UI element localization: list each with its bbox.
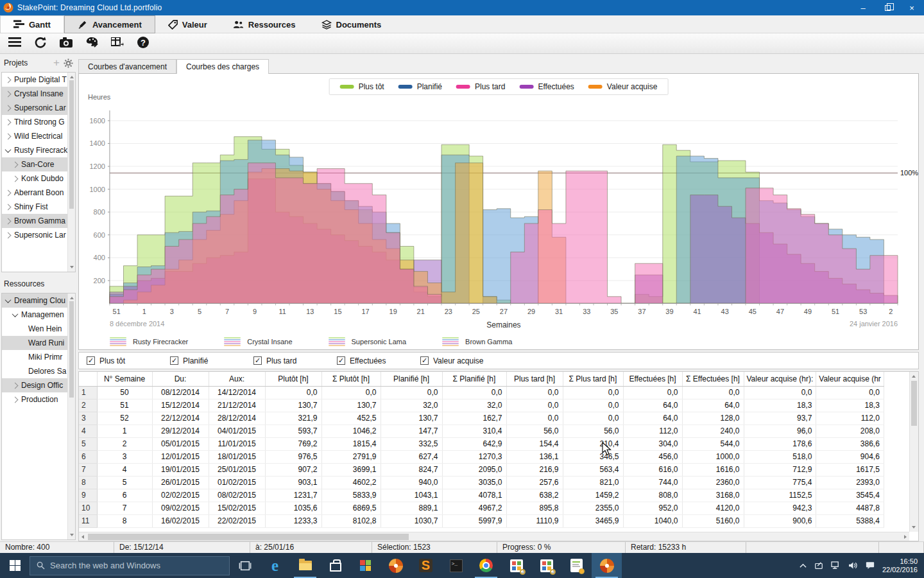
chevron-down-icon[interactable] <box>5 146 12 153</box>
menu-tab-avancement[interactable]: Avancement <box>64 15 155 33</box>
table-row[interactable]: 4129/12/201404/01/2015593,71046,2147,731… <box>79 425 884 437</box>
checkbox-icon[interactable]: ✓ <box>87 356 95 365</box>
table-row[interactable]: 35222/12/201428/12/2014321,9452,5130,716… <box>79 412 884 425</box>
chevron-right-icon[interactable] <box>5 105 12 111</box>
taskbar-app-chrome[interactable] <box>471 553 501 578</box>
table-row[interactable]: 6312/01/201518/01/2015976,52791,9627,412… <box>79 450 884 463</box>
help-button[interactable]: ? <box>135 35 151 52</box>
start-button[interactable] <box>0 553 30 578</box>
checkbox-icon[interactable]: ✓ <box>170 356 178 365</box>
taskbar-app-store[interactable] <box>320 553 350 578</box>
table-horizontal-scrollbar[interactable] <box>79 532 909 541</box>
taskbar-app-stakepoint-active[interactable] <box>592 553 622 578</box>
resource-tree-item[interactable]: Production <box>2 392 67 407</box>
chevron-right-icon[interactable] <box>5 189 12 196</box>
filter-checkbox-effectuées[interactable]: ✓Effectuées <box>337 356 420 365</box>
project-tree-item[interactable]: Crystal Insane <box>2 87 67 101</box>
column-header[interactable]: Effectuées [h] <box>623 372 682 386</box>
table-row[interactable]: 11816/02/201522/02/20151233,38102,81030,… <box>79 514 884 527</box>
checkbox-icon[interactable]: ✓ <box>253 356 262 365</box>
taskbar-app-sublime[interactable]: S <box>411 553 441 578</box>
chevron-right-icon[interactable] <box>5 76 12 83</box>
menu-button[interactable] <box>6 35 23 52</box>
resource-tree-item[interactable]: Managemen <box>2 308 67 322</box>
chevron-right-icon[interactable] <box>5 91 12 97</box>
column-header[interactable] <box>79 372 97 386</box>
chevron-right-icon[interactable] <box>5 133 12 139</box>
checkbox-icon[interactable]: ✓ <box>420 356 429 365</box>
column-header[interactable]: Planifié [h] <box>381 372 442 386</box>
project-tree-item[interactable]: Purple Digital T <box>2 73 67 87</box>
menu-tab-gantt[interactable]: Gantt <box>0 15 64 33</box>
tray-network-icon[interactable] <box>831 561 841 570</box>
subtab-courbes-d-avancement[interactable]: Courbes d'avancement <box>78 59 176 74</box>
project-tree-item[interactable]: San-Core <box>2 157 67 171</box>
resource-tree-item[interactable]: Miki Primr <box>2 350 67 364</box>
chevron-right-icon[interactable] <box>12 175 19 182</box>
column-header[interactable]: Σ Effectuées [h] <box>682 372 744 386</box>
taskbar-app-doc-viewer-1[interactable] <box>501 553 531 578</box>
tray-chevron-up-icon[interactable] <box>800 563 807 568</box>
taskbar-app-explorer[interactable] <box>290 553 320 578</box>
column-header[interactable]: Aux: <box>209 372 265 386</box>
project-tree-item[interactable]: Wild Electrical <box>2 129 67 143</box>
close-button[interactable]: × <box>900 0 924 15</box>
chevron-right-icon[interactable] <box>12 161 19 168</box>
table-row[interactable]: 8526/01/201501/02/2015903,14602,2940,030… <box>79 476 884 489</box>
minimize-button[interactable]: – <box>851 0 875 15</box>
column-header[interactable]: Plutôt [h] <box>265 372 321 386</box>
chevron-right-icon[interactable] <box>5 119 12 125</box>
project-tree-item[interactable]: Aberrant Boon <box>2 186 67 200</box>
table-row[interactable]: 15008/12/201414/12/20140,00,00,00,00,00,… <box>79 386 884 399</box>
taskbar-app-edge[interactable]: e <box>260 553 290 578</box>
project-tree-item[interactable]: Supersonic Lar <box>2 228 67 242</box>
resource-tree-item[interactable]: Delores Sa <box>2 364 67 378</box>
refresh-button[interactable] <box>32 35 49 52</box>
projects-settings-gear-icon[interactable] <box>64 58 73 68</box>
taskbar-app-paint[interactable] <box>350 553 381 578</box>
filter-checkbox-plus-tôt[interactable]: ✓Plus tôt <box>87 356 170 365</box>
add-project-button[interactable]: + <box>53 57 60 69</box>
chevron-right-icon[interactable] <box>12 396 19 403</box>
filter-checkbox-planifié[interactable]: ✓Planifié <box>170 356 253 365</box>
resources-tree-scrollbar[interactable] <box>67 293 75 539</box>
table-row[interactable]: 25115/12/201421/12/2014130,7130,732,032,… <box>79 399 884 412</box>
column-header[interactable]: Σ Plutôt [h] <box>321 372 381 386</box>
projects-tree-scrollbar[interactable] <box>67 73 75 272</box>
camera-button[interactable] <box>58 35 74 52</box>
column-header[interactable]: Σ Planifié [h] <box>442 372 506 386</box>
column-header[interactable]: Du: <box>152 372 209 386</box>
project-tree-item[interactable]: Brown Gamma <box>2 214 67 228</box>
chevron-right-icon[interactable] <box>5 204 12 210</box>
column-header[interactable]: Plus tard [h] <box>506 372 563 386</box>
column-header[interactable]: Valeur acquise (hr): <box>744 372 816 386</box>
checkbox-icon[interactable]: ✓ <box>337 356 345 365</box>
project-tree-item[interactable]: Rusty Firecrack <box>2 143 67 157</box>
resource-tree-item[interactable]: Dreaming Clou <box>2 293 67 308</box>
menu-tab-documents[interactable]: Documents <box>309 15 395 33</box>
table-row[interactable]: 10709/02/201515/02/20151035,66869,5889,1… <box>79 502 884 514</box>
chevron-right-icon[interactable] <box>12 382 19 389</box>
taskbar-app-task-view[interactable] <box>230 553 260 578</box>
chevron-right-icon[interactable] <box>5 218 12 224</box>
taskbar-app-certificate-app[interactable] <box>561 553 592 578</box>
taskbar-app-cmd[interactable]: >_ <box>441 553 471 578</box>
menu-tab-ressources[interactable]: Ressources <box>220 15 309 33</box>
tray-pen-icon[interactable] <box>814 561 823 570</box>
column-header[interactable]: Valeur acquise (hr <box>816 372 884 386</box>
chevron-right-icon[interactable] <box>5 232 12 238</box>
taskbar-clock[interactable]: 16:50 22/02/2016 <box>882 557 918 574</box>
restore-button[interactable] <box>875 0 900 15</box>
chevron-down-icon[interactable] <box>5 297 12 303</box>
subtab-courbes-des-charges[interactable]: Courbes des charges <box>176 59 269 74</box>
project-tree-item[interactable]: Supersonic Lar <box>2 101 67 115</box>
project-tree-item[interactable]: Konk Dubdo <box>2 171 67 186</box>
palette-button[interactable] <box>83 35 100 52</box>
filter-checkbox-valeur-acquise[interactable]: ✓Valeur acquise <box>420 356 504 365</box>
table-row[interactable]: 9602/02/201508/02/20151231,75833,91043,1… <box>79 489 884 502</box>
table-row[interactable]: 7419/01/201525/01/2015907,23699,1824,720… <box>79 463 884 476</box>
resource-tree-item[interactable]: Design Offic <box>2 378 67 392</box>
resource-tree-item[interactable]: Wen Hein <box>2 322 67 336</box>
project-tree-item[interactable]: Third Strong G <box>2 115 67 129</box>
column-header[interactable]: Σ Plus tard [h] <box>563 372 623 386</box>
